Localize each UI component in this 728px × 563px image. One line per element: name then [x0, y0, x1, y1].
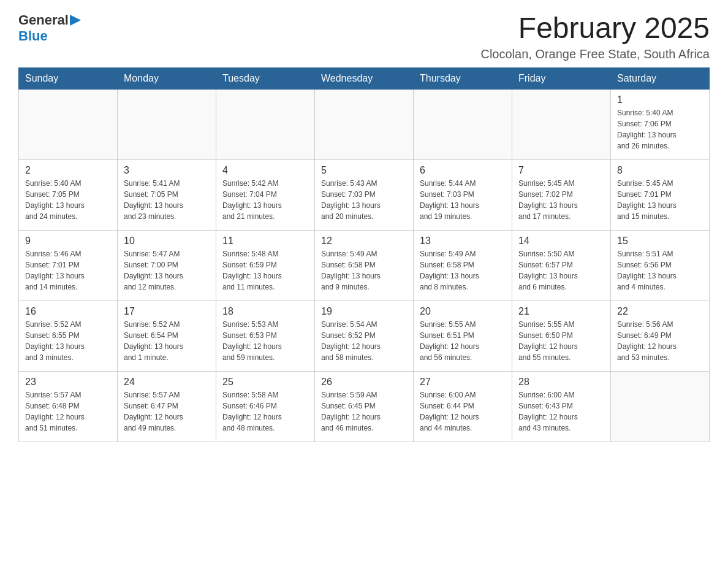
location-subtitle: Clocolan, Orange Free State, South Afric…	[480, 47, 710, 61]
col-monday: Monday	[118, 67, 216, 89]
day-info: Sunrise: 5:41 AMSunset: 7:05 PMDaylight:…	[124, 178, 210, 222]
day-number: 25	[222, 377, 308, 388]
col-friday: Friday	[512, 67, 611, 89]
calendar-cell: 5Sunrise: 5:43 AMSunset: 7:03 PMDaylight…	[315, 159, 414, 230]
svg-marker-0	[70, 15, 81, 26]
month-title: February 2025	[480, 12, 710, 45]
day-number: 14	[518, 236, 604, 247]
calendar-cell	[118, 89, 216, 159]
day-number: 13	[420, 236, 506, 247]
title-block: February 2025 Clocolan, Orange Free Stat…	[480, 12, 710, 61]
day-info: Sunrise: 5:45 AMSunset: 7:02 PMDaylight:…	[518, 178, 604, 222]
day-number: 10	[124, 236, 210, 247]
calendar-cell	[315, 89, 414, 159]
calendar-cell: 15Sunrise: 5:51 AMSunset: 6:56 PMDayligh…	[611, 230, 710, 301]
calendar-cell: 7Sunrise: 5:45 AMSunset: 7:02 PMDaylight…	[512, 159, 611, 230]
col-thursday: Thursday	[414, 67, 512, 89]
page-header: General Blue February 2025 Clocolan, Ora…	[18, 12, 710, 61]
day-number: 6	[420, 165, 506, 176]
week-row-1: 1Sunrise: 5:40 AMSunset: 7:06 PMDaylight…	[19, 89, 710, 159]
day-info: Sunrise: 5:56 AMSunset: 6:49 PMDaylight:…	[617, 319, 703, 363]
week-row-3: 9Sunrise: 5:46 AMSunset: 7:01 PMDaylight…	[19, 230, 710, 301]
day-number: 21	[518, 306, 604, 317]
calendar-cell: 20Sunrise: 5:55 AMSunset: 6:51 PMDayligh…	[414, 301, 512, 371]
day-info: Sunrise: 5:49 AMSunset: 6:58 PMDaylight:…	[420, 248, 506, 293]
day-number: 22	[617, 306, 703, 317]
calendar-cell: 21Sunrise: 5:55 AMSunset: 6:50 PMDayligh…	[512, 301, 611, 371]
col-sunday: Sunday	[19, 67, 118, 89]
week-row-2: 2Sunrise: 5:40 AMSunset: 7:05 PMDaylight…	[19, 159, 710, 230]
logo-flag-icon	[70, 15, 81, 26]
calendar-cell	[216, 89, 315, 159]
day-info: Sunrise: 5:43 AMSunset: 7:03 PMDaylight:…	[321, 178, 407, 222]
logo-text-general: General	[18, 12, 69, 28]
day-number: 4	[222, 165, 308, 176]
calendar-cell	[611, 371, 710, 442]
logo: General Blue	[18, 12, 81, 44]
day-number: 20	[420, 306, 506, 317]
day-info: Sunrise: 5:58 AMSunset: 6:46 PMDaylight:…	[222, 389, 308, 434]
calendar-cell: 26Sunrise: 5:59 AMSunset: 6:45 PMDayligh…	[315, 371, 414, 442]
calendar-cell: 17Sunrise: 5:52 AMSunset: 6:54 PMDayligh…	[118, 301, 216, 371]
calendar-cell: 2Sunrise: 5:40 AMSunset: 7:05 PMDaylight…	[19, 159, 118, 230]
calendar-cell: 14Sunrise: 5:50 AMSunset: 6:57 PMDayligh…	[512, 230, 611, 301]
day-info: Sunrise: 5:59 AMSunset: 6:45 PMDaylight:…	[321, 389, 407, 434]
day-number: 8	[617, 165, 703, 176]
day-number: 5	[321, 165, 407, 176]
day-info: Sunrise: 6:00 AMSunset: 6:44 PMDaylight:…	[420, 389, 506, 434]
day-info: Sunrise: 5:57 AMSunset: 6:48 PMDaylight:…	[25, 389, 111, 434]
calendar-cell: 22Sunrise: 5:56 AMSunset: 6:49 PMDayligh…	[611, 301, 710, 371]
calendar-cell: 10Sunrise: 5:47 AMSunset: 7:00 PMDayligh…	[118, 230, 216, 301]
day-info: Sunrise: 5:47 AMSunset: 7:00 PMDaylight:…	[124, 248, 210, 293]
calendar-cell: 27Sunrise: 6:00 AMSunset: 6:44 PMDayligh…	[414, 371, 512, 442]
logo-text-blue: Blue	[18, 28, 48, 44]
day-info: Sunrise: 5:54 AMSunset: 6:52 PMDaylight:…	[321, 319, 407, 363]
calendar-cell: 6Sunrise: 5:44 AMSunset: 7:03 PMDaylight…	[414, 159, 512, 230]
day-number: 3	[124, 165, 210, 176]
day-info: Sunrise: 5:55 AMSunset: 6:50 PMDaylight:…	[518, 319, 604, 363]
col-wednesday: Wednesday	[315, 67, 414, 89]
day-info: Sunrise: 5:40 AMSunset: 7:06 PMDaylight:…	[617, 107, 703, 151]
day-number: 23	[25, 377, 111, 388]
day-info: Sunrise: 5:52 AMSunset: 6:55 PMDaylight:…	[25, 319, 111, 363]
day-info: Sunrise: 5:50 AMSunset: 6:57 PMDaylight:…	[518, 248, 604, 293]
col-tuesday: Tuesday	[216, 67, 315, 89]
day-number: 24	[124, 377, 210, 388]
day-info: Sunrise: 5:53 AMSunset: 6:53 PMDaylight:…	[222, 319, 308, 363]
week-row-4: 16Sunrise: 5:52 AMSunset: 6:55 PMDayligh…	[19, 301, 710, 371]
calendar-cell: 18Sunrise: 5:53 AMSunset: 6:53 PMDayligh…	[216, 301, 315, 371]
calendar-table: Sunday Monday Tuesday Wednesday Thursday…	[18, 67, 710, 442]
day-number: 15	[617, 236, 703, 247]
calendar-cell: 11Sunrise: 5:48 AMSunset: 6:59 PMDayligh…	[216, 230, 315, 301]
calendar-cell	[512, 89, 611, 159]
day-info: Sunrise: 5:52 AMSunset: 6:54 PMDaylight:…	[124, 319, 210, 363]
calendar-cell: 1Sunrise: 5:40 AMSunset: 7:06 PMDaylight…	[611, 89, 710, 159]
calendar-cell: 4Sunrise: 5:42 AMSunset: 7:04 PMDaylight…	[216, 159, 315, 230]
calendar-cell: 16Sunrise: 5:52 AMSunset: 6:55 PMDayligh…	[19, 301, 118, 371]
day-info: Sunrise: 5:42 AMSunset: 7:04 PMDaylight:…	[222, 178, 308, 222]
day-number: 11	[222, 236, 308, 247]
calendar-cell: 19Sunrise: 5:54 AMSunset: 6:52 PMDayligh…	[315, 301, 414, 371]
day-number: 1	[617, 94, 703, 105]
calendar-cell: 3Sunrise: 5:41 AMSunset: 7:05 PMDaylight…	[118, 159, 216, 230]
calendar-cell	[414, 89, 512, 159]
calendar-cell: 23Sunrise: 5:57 AMSunset: 6:48 PMDayligh…	[19, 371, 118, 442]
day-number: 12	[321, 236, 407, 247]
calendar-cell: 12Sunrise: 5:49 AMSunset: 6:58 PMDayligh…	[315, 230, 414, 301]
day-info: Sunrise: 6:00 AMSunset: 6:43 PMDaylight:…	[518, 389, 604, 434]
calendar-cell: 28Sunrise: 6:00 AMSunset: 6:43 PMDayligh…	[512, 371, 611, 442]
calendar-cell: 25Sunrise: 5:58 AMSunset: 6:46 PMDayligh…	[216, 371, 315, 442]
day-number: 7	[518, 165, 604, 176]
calendar-cell: 13Sunrise: 5:49 AMSunset: 6:58 PMDayligh…	[414, 230, 512, 301]
calendar-cell: 8Sunrise: 5:45 AMSunset: 7:01 PMDaylight…	[611, 159, 710, 230]
day-info: Sunrise: 5:44 AMSunset: 7:03 PMDaylight:…	[420, 178, 506, 222]
day-number: 19	[321, 306, 407, 317]
calendar-header-row: Sunday Monday Tuesday Wednesday Thursday…	[19, 67, 710, 89]
calendar-cell	[19, 89, 118, 159]
day-info: Sunrise: 5:57 AMSunset: 6:47 PMDaylight:…	[124, 389, 210, 434]
day-number: 27	[420, 377, 506, 388]
day-number: 28	[518, 377, 604, 388]
day-info: Sunrise: 5:51 AMSunset: 6:56 PMDaylight:…	[617, 248, 703, 293]
col-saturday: Saturday	[611, 67, 710, 89]
day-info: Sunrise: 5:55 AMSunset: 6:51 PMDaylight:…	[420, 319, 506, 363]
